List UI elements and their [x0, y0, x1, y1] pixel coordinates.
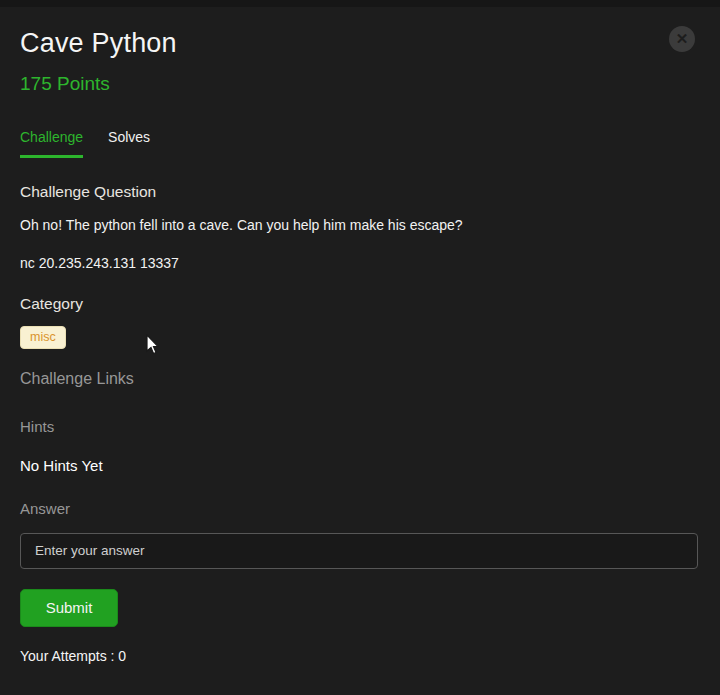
page-title: Cave Python [20, 0, 700, 59]
close-button[interactable]: ✕ [669, 26, 695, 52]
tab-solves[interactable]: Solves [108, 129, 150, 158]
connection-command: nc 20.235.243.131 13337 [20, 255, 700, 271]
answer-heading: Answer [20, 500, 700, 517]
submit-button[interactable]: Submit [20, 589, 118, 627]
category-badge: misc [20, 326, 66, 349]
category-badge-row: misc [20, 326, 700, 349]
answer-input[interactable] [20, 533, 698, 569]
tab-bar: Challenge Solves [20, 129, 700, 158]
tab-challenge[interactable]: Challenge [20, 129, 83, 158]
points-label: 175 Points [20, 73, 700, 95]
challenge-links-heading: Challenge Links [20, 370, 700, 388]
attempts-counter: Your Attempts : 0 [20, 648, 700, 664]
hints-heading: Hints [20, 418, 700, 435]
challenge-question-heading: Challenge Question [20, 183, 700, 201]
close-icon: ✕ [676, 30, 689, 47]
category-heading: Category [20, 295, 700, 313]
challenge-question-text: Oh no! The python fell into a cave. Can … [20, 217, 700, 233]
hints-empty-text: No Hints Yet [20, 457, 700, 474]
challenge-modal: ✕ Cave Python 175 Points Challenge Solve… [0, 0, 720, 695]
